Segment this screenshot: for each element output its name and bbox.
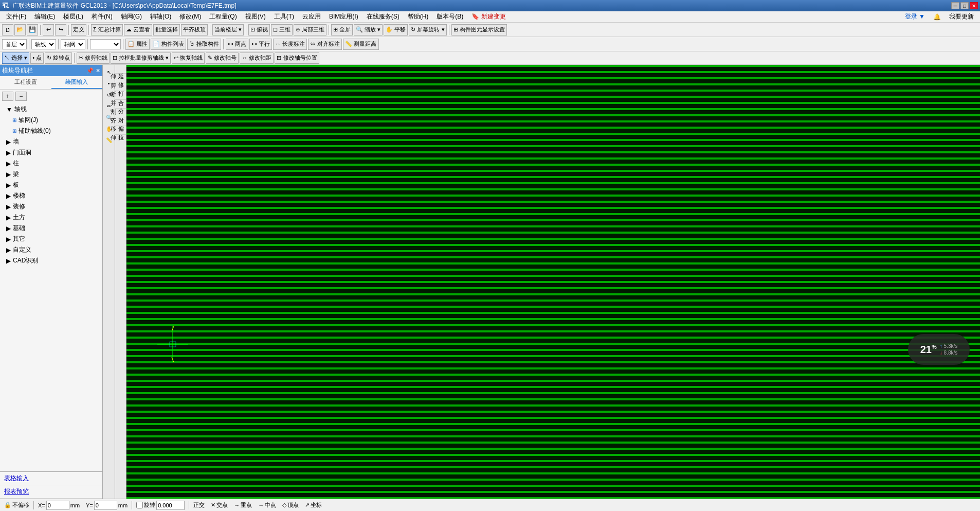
tree-cad[interactable]: ▶ CAD识别 [0,255,102,266]
menu-view[interactable]: 视图(V) [241,11,270,22]
snap-ortho[interactable]: 正交 [191,501,207,509]
extend-tool[interactable]: 延伸 [115,65,126,74]
break-tool[interactable]: 打断 [115,82,126,91]
rotate-point-btn[interactable]: ↻ 旋转点 [45,52,72,64]
modify-axis-btn[interactable]: ✂ 修剪轴线 [77,52,110,64]
select-tool-btn[interactable]: ↖ 选择 ▾ [2,52,29,64]
length-label-btn[interactable]: ↔ 长度标注 [273,39,307,50]
menu-component[interactable]: 构件(N) [87,11,117,22]
menu-quantity[interactable]: 工程量(Q) [205,11,241,22]
tree-wall[interactable]: ▶ 墙 [0,136,102,147]
define-button[interactable]: 定义 [71,24,86,36]
menu-edit[interactable]: 编辑(E) [30,11,59,22]
pick-component-btn[interactable]: 🖱 拾取构件 [187,39,221,50]
close-button[interactable]: ✕ [970,2,978,9]
modify-axis-dist-btn[interactable]: ↔ 修改轴距 [240,52,274,64]
canvas-area[interactable]: 21% ↑ 5.3k/s ↓ 8.8k/s [126,65,980,499]
panel-close-icon[interactable]: ✕ [96,67,100,74]
tool-zoom-icon[interactable]: 🔍 [104,112,114,122]
maximize-button[interactable]: □ [960,2,969,9]
batch-select-button[interactable]: 批量选择 [153,24,180,36]
merge-tool[interactable]: 合并 [115,91,126,100]
modify-axis-num-btn[interactable]: ✎ 修改轴号 [206,52,239,64]
component-list-btn[interactable]: 📄 构件列表 [151,39,186,50]
tool-rotate-icon[interactable]: ↺ [104,90,114,100]
axis-type-select[interactable]: 轴线 [31,39,56,49]
snap-endpoint[interactable]: → 重点 [232,501,254,509]
menu-aux[interactable]: 辅轴(O) [146,11,175,22]
menu-notify[interactable]: 🔔 [929,12,945,22]
zoom-btn[interactable]: 🔍 缩放 ▾ [354,24,383,36]
pan-btn[interactable]: ✋ 平移 [384,24,408,36]
tool-select-icon[interactable]: ↖ [104,67,114,77]
tool-pan-icon[interactable]: ✋ [104,124,114,134]
stretch-tool[interactable]: 拉伸 [115,126,126,135]
tool-point-icon[interactable]: • [104,78,114,89]
cloud-check-button[interactable]: ☁ 云查看 [124,24,152,36]
nav-project-settings[interactable]: 工程设置 [0,76,51,89]
tree-beam[interactable]: ▶ 梁 [0,169,102,180]
component-display-btn[interactable]: ⊞ 构件图元显示设置 [451,24,507,36]
trim-tool[interactable]: 修剪 [115,74,126,82]
remove-item-btn[interactable]: − [15,92,27,101]
point-tool-btn[interactable]: • 点 [30,52,44,64]
sum-calc-button[interactable]: Σ 汇总计算 [91,24,123,36]
two-points-btn[interactable]: ⊷ 两点 [226,39,248,50]
menu-online[interactable]: 在线服务(S) [362,11,404,22]
full-screen-btn[interactable]: ⊞ 全屏 [331,24,353,36]
align-label-btn[interactable]: ⇔ 对齐标注 [308,39,342,50]
menu-axis[interactable]: 轴网(G) [117,11,146,22]
tool-measure-icon[interactable]: 📏 [104,135,114,145]
tree-door-window[interactable]: ▶ 门面洞 [0,147,102,158]
tool-draw-icon[interactable]: ✏ [104,101,114,111]
flat-slab-button[interactable]: 平齐板顶 [181,24,208,36]
split-tool[interactable]: 分割 [115,100,126,109]
tree-grid[interactable]: ⊞ 轴网(J) [0,115,102,126]
tree-earthwork[interactable]: ▶ 土方 [0,212,102,223]
align-tool[interactable]: 对齐 [115,109,126,117]
offset-tool[interactable]: 偏移 [115,117,126,126]
title-bar-controls[interactable]: ─ □ ✕ [951,2,978,9]
top-view-btn[interactable]: ⊡ 俯视 [248,24,270,36]
partial-3d-btn[interactable]: ⊙ 局部三维 [294,24,326,36]
undo-button[interactable]: ↩ [43,24,54,36]
menu-file[interactable]: 文件(F) [2,11,30,22]
tree-decoration[interactable]: ▶ 装修 [0,201,102,212]
report-preview-link[interactable]: 报表预览 [0,485,102,499]
menu-login[interactable]: 登录 ▼ [901,11,929,22]
measure-dist-btn[interactable]: 📏 测量距离 [343,39,378,50]
add-item-btn[interactable]: + [2,92,13,101]
cur-floor-btn[interactable]: 当前楼层 ▾ [212,24,244,36]
parallel-btn[interactable]: ⊶ 平行 [249,39,272,50]
rotate-input[interactable] [156,501,185,510]
pin-icon[interactable]: 📌 [86,67,94,74]
properties-btn[interactable]: 📋 属性 [125,39,150,50]
floor-select[interactable]: 首层 二层 三层 [2,39,27,49]
snap-coord[interactable]: ↗ 坐标 [303,501,324,509]
menu-floor[interactable]: 楼层(L) [59,11,87,22]
tree-custom[interactable]: ▶ 自定义 [0,244,102,255]
orbit-btn[interactable]: ↻ 屏幕旋转 ▾ [409,24,446,36]
tree-column[interactable]: ▶ 柱 [0,158,102,169]
table-input-link[interactable]: 表格输入 [0,472,102,485]
snap-vertex[interactable]: ◇ 顶点 [280,501,301,509]
snap-midpoint[interactable]: → 中点 [256,501,278,509]
tree-others[interactable]: ▶ 其它 [0,234,102,244]
extra-select[interactable] [90,39,121,49]
save-button[interactable]: 💾 [27,24,38,36]
x-input[interactable] [46,501,69,510]
menu-update[interactable]: 我要更新 [945,11,978,22]
menu-bim[interactable]: BIM应用(I) [325,11,362,22]
menu-version[interactable]: 版本号(B) [432,11,467,22]
y-input[interactable] [94,501,117,510]
snap-cross[interactable]: ✕ 交点 [209,501,230,509]
menu-cloud[interactable]: 云应用 [298,11,325,22]
new-button[interactable]: 🗋 [2,24,13,36]
menu-new-change[interactable]: 🔖 新建变更 [467,11,510,22]
open-button[interactable]: 📂 [14,24,26,36]
batch-trim-btn[interactable]: ⊡ 拉框批量修剪轴线 ▾ [111,52,171,64]
tree-aux-axis[interactable]: ⊞ 辅助轴线(0) [0,126,102,136]
minimize-button[interactable]: ─ [951,2,959,9]
restore-axis-btn[interactable]: ↩ 恢复轴线 [172,52,205,64]
3d-view-btn[interactable]: ◻ 三维 [271,24,293,36]
